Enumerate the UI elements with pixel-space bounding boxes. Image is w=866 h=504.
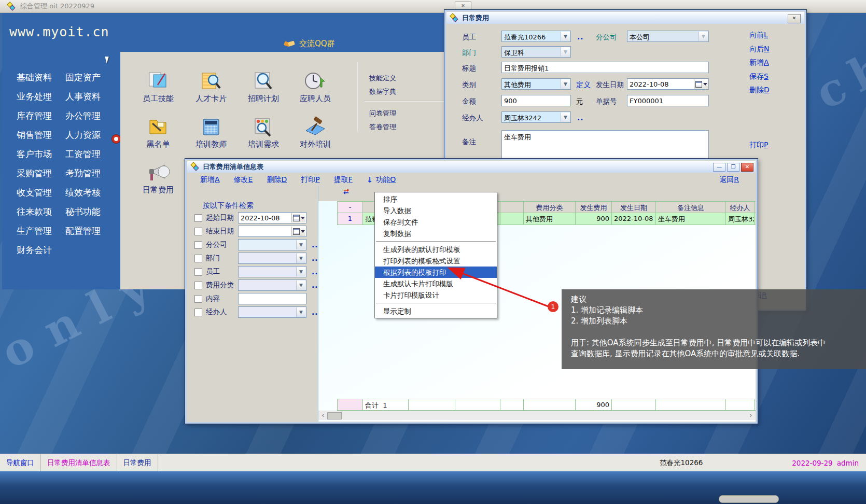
start-date-field[interactable]: 2022-10-08 bbox=[238, 212, 306, 223]
sidebar-item-payroll[interactable]: 工资管理 bbox=[65, 148, 101, 160]
module-employee-skills[interactable]: 员工技能 bbox=[133, 69, 183, 104]
list-return-button[interactable]: 返回R bbox=[719, 175, 739, 185]
horizontal-scrollbar[interactable]: ‹ › bbox=[318, 411, 756, 420]
docno-input[interactable]: FY000001 bbox=[627, 95, 709, 106]
category-filter-select[interactable]: ▼ bbox=[238, 279, 306, 291]
minimize-button[interactable]: — bbox=[713, 163, 725, 172]
statusbar-tab-expense-list[interactable]: 日常费用清单信息表 bbox=[41, 454, 117, 471]
sidebar-item-config[interactable]: 配置管理 bbox=[65, 225, 101, 237]
menu-item-gen-card-template[interactable]: 生成默认卡片打印模版 bbox=[375, 278, 497, 289]
cell-amount[interactable]: 900 bbox=[576, 213, 612, 225]
menu-item-import[interactable]: 导入数据 bbox=[375, 205, 497, 216]
column-header-note[interactable]: 备注信息 bbox=[656, 201, 726, 213]
category-select[interactable]: 其他费用▼ bbox=[501, 78, 571, 90]
chevron-down-icon[interactable]: ▼ bbox=[699, 32, 708, 41]
title-input[interactable]: 日常费用报销1 bbox=[501, 62, 709, 73]
note-textarea[interactable]: 坐车费用 bbox=[501, 130, 709, 162]
category-more-button[interactable]: .. bbox=[312, 281, 318, 289]
checkbox[interactable] bbox=[194, 241, 202, 249]
delete-button[interactable]: 删除D bbox=[749, 86, 770, 95]
checkbox[interactable] bbox=[194, 214, 202, 222]
cell[interactable] bbox=[500, 213, 524, 225]
cell-date[interactable]: 2022-10-08 bbox=[612, 213, 656, 225]
calendar-icon[interactable] bbox=[291, 213, 305, 222]
sidebar-item-customers[interactable]: 客户市场 bbox=[17, 148, 52, 160]
row-index[interactable]: 1 bbox=[337, 213, 363, 225]
checkbox[interactable] bbox=[194, 268, 202, 276]
close-button[interactable]: ✕ bbox=[741, 163, 753, 172]
prev-button[interactable]: 向前L bbox=[749, 31, 768, 40]
toolbar-print[interactable]: 打印P bbox=[301, 175, 319, 185]
side-item-answer-sheet[interactable]: 答卷管理 bbox=[369, 122, 396, 132]
branch-filter-select[interactable]: ▼ bbox=[238, 239, 306, 250]
end-date-field[interactable] bbox=[238, 226, 306, 237]
module-applicants[interactable]: 应聘人员 bbox=[290, 69, 340, 104]
dialog-close-button[interactable]: ✕ bbox=[788, 14, 801, 23]
checkbox[interactable] bbox=[194, 255, 202, 262]
dept-filter-select[interactable]: ▼ bbox=[238, 253, 306, 264]
module-daily-expense[interactable]: 日常费用 bbox=[133, 161, 183, 195]
branch-more-button[interactable]: .. bbox=[312, 241, 318, 249]
dept-more-button[interactable]: .. bbox=[312, 254, 318, 262]
employee-filter-select[interactable]: ▼ bbox=[238, 266, 306, 277]
column-header-agent[interactable]: 经办人 bbox=[726, 201, 755, 213]
sidebar-item-attendance[interactable]: 考勤管理 bbox=[65, 167, 101, 179]
sidebar-item-hr[interactable]: 人力资源 bbox=[65, 129, 101, 141]
swap-columns-icon[interactable]: →← bbox=[343, 188, 349, 195]
cell-note[interactable]: 坐车费用 bbox=[656, 213, 726, 225]
statusbar-tab-navigation[interactable]: 导航窗口 bbox=[0, 454, 41, 471]
employee-select[interactable]: 范春光10266▼ bbox=[501, 31, 571, 42]
amount-input[interactable]: 900 bbox=[501, 95, 571, 106]
chevron-down-icon[interactable]: ▼ bbox=[561, 113, 570, 122]
toolbar-extract[interactable]: 提取F bbox=[334, 175, 353, 185]
side-item-questionnaire[interactable]: 问卷管理 bbox=[369, 109, 396, 118]
toolbar-delete[interactable]: 删除D bbox=[267, 175, 287, 185]
print-button[interactable]: 打印P bbox=[749, 141, 768, 150]
side-item-data-dict[interactable]: 数据字典 bbox=[369, 87, 396, 96]
column-header-amount[interactable]: 发生费用 bbox=[576, 201, 612, 213]
module-external-training[interactable]: 对外培训 bbox=[290, 115, 340, 149]
toolbar-functions[interactable]: 功能O bbox=[375, 175, 396, 185]
chevron-down-icon[interactable]: ▼ bbox=[561, 32, 570, 41]
statusbar-tab-daily-expense[interactable]: 日常费用 bbox=[117, 454, 158, 471]
menu-item-template-format[interactable]: 打印列表的模板格式设置 bbox=[375, 255, 497, 267]
sidebar-item-inventory[interactable]: 库存管理 bbox=[17, 110, 52, 122]
bottom-scroll-pill[interactable] bbox=[719, 495, 779, 503]
define-link[interactable]: 定义 bbox=[576, 80, 591, 90]
selector-header[interactable]: - bbox=[337, 201, 363, 213]
column-header[interactable] bbox=[500, 201, 524, 213]
checkbox[interactable] bbox=[194, 282, 202, 289]
sidebar-item-secretary[interactable]: 秘书功能 bbox=[65, 206, 101, 218]
employee-more-button[interactable]: .. bbox=[312, 268, 318, 276]
toolbar-edit[interactable]: 修改E bbox=[234, 175, 253, 185]
agent-filter-select[interactable]: ▼ bbox=[238, 306, 306, 318]
next-button[interactable]: 向后N bbox=[749, 45, 769, 54]
module-trainers[interactable]: 培训教师 bbox=[186, 115, 236, 149]
agent-more-button[interactable]: .. bbox=[577, 114, 584, 122]
chevron-down-icon[interactable]: ▼ bbox=[296, 240, 305, 249]
sidebar-item-performance[interactable]: 绩效考核 bbox=[65, 187, 101, 199]
content-filter-input[interactable] bbox=[238, 293, 306, 304]
sidebar-item-fixed-assets[interactable]: 固定资产 bbox=[65, 72, 101, 83]
column-header-category[interactable]: 费用分类 bbox=[524, 201, 576, 213]
module-recruit-plan[interactable]: 招聘计划 bbox=[239, 69, 288, 104]
cell-docno[interactable]: FY000001 bbox=[755, 213, 756, 225]
cell-category[interactable]: 其他费用 bbox=[524, 213, 576, 225]
chevron-down-icon[interactable]: ▼ bbox=[296, 254, 305, 263]
scroll-left-arrow[interactable]: ‹ bbox=[319, 411, 327, 420]
sidebar-item-business[interactable]: 业务处理 bbox=[17, 91, 52, 103]
menu-item-sort[interactable]: 排序 bbox=[375, 193, 497, 205]
scroll-right-arrow[interactable]: › bbox=[747, 411, 755, 420]
dialog-titlebar[interactable]: 日常费用 bbox=[446, 12, 804, 24]
dept-select[interactable]: 保卫科▼ bbox=[501, 46, 571, 58]
module-training-needs[interactable]: 培训需求 bbox=[239, 115, 288, 149]
menu-item-display-custom[interactable]: 显示定制 bbox=[375, 305, 497, 317]
date-field[interactable]: 2022-10-08 bbox=[627, 78, 709, 90]
menu-item-save-file[interactable]: 保存到文件 bbox=[375, 216, 497, 228]
sidebar-item-office[interactable]: 办公管理 bbox=[65, 110, 101, 122]
menu-item-print-by-template[interactable]: 根据列表的模板打印 bbox=[375, 267, 497, 278]
qq-group-link[interactable]: 交流QQ群 bbox=[284, 39, 335, 49]
add-button[interactable]: 新增A bbox=[749, 58, 769, 67]
sidebar-item-basic-data[interactable]: 基础资料 bbox=[17, 72, 52, 83]
employee-more-button[interactable]: .. bbox=[577, 33, 584, 41]
